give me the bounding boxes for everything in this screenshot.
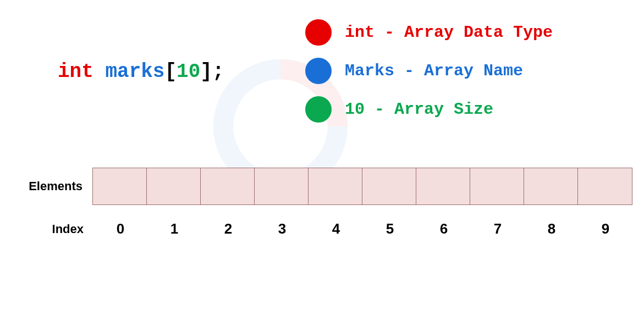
legend-text-arraysize: 10 - Array Size (345, 100, 493, 119)
index-value: 9 (579, 220, 632, 237)
decl-semicolon: ; (212, 60, 224, 83)
index-value: 8 (525, 220, 579, 237)
decl-bracket-close: ] (200, 60, 212, 83)
index-value: 6 (417, 220, 471, 237)
legend-dot-blue (305, 58, 332, 84)
index-values: 0 1 2 3 4 5 6 7 8 9 (93, 220, 632, 237)
array-cell (362, 168, 416, 204)
array-cell (147, 168, 201, 204)
array-cell (416, 168, 470, 204)
elements-row: Elements (22, 168, 632, 205)
array-cell (201, 168, 255, 204)
array-cell (309, 168, 362, 204)
decl-bracket-open: [ (164, 60, 177, 83)
array-declaration: int marks[10]; (58, 60, 224, 83)
index-label: Index (22, 222, 93, 236)
index-value: 7 (471, 220, 525, 237)
legend-dot-red (305, 19, 332, 46)
array-cell (578, 168, 632, 204)
legend-row-arrayname: Marks - Array Name (305, 58, 553, 84)
array-cell (255, 168, 309, 204)
index-value: 0 (93, 220, 147, 237)
decl-type: int (58, 60, 93, 83)
array-diagram: Elements Index 0 1 2 3 4 5 6 7 8 9 (22, 168, 632, 237)
elements-label: Elements (22, 179, 92, 193)
array-cells (92, 168, 632, 205)
index-value: 4 (309, 220, 363, 237)
array-cell (470, 168, 524, 204)
legend-row-arraysize: 10 - Array Size (305, 96, 553, 123)
legend: int - Array Data Type Marks - Array Name… (305, 19, 553, 123)
array-cell (524, 168, 578, 204)
decl-size: 10 (177, 60, 200, 83)
legend-dot-green (305, 96, 332, 123)
index-row: Index 0 1 2 3 4 5 6 7 8 9 (22, 220, 632, 237)
decl-name: marks (105, 60, 164, 83)
index-value: 2 (201, 220, 255, 237)
legend-text-datatype: int - Array Data Type (345, 23, 553, 42)
index-value: 3 (255, 220, 309, 237)
legend-row-datatype: int - Array Data Type (305, 19, 553, 46)
legend-text-arrayname: Marks - Array Name (345, 62, 523, 80)
index-value: 5 (363, 220, 417, 237)
index-value: 1 (147, 220, 201, 237)
array-cell (93, 168, 147, 204)
